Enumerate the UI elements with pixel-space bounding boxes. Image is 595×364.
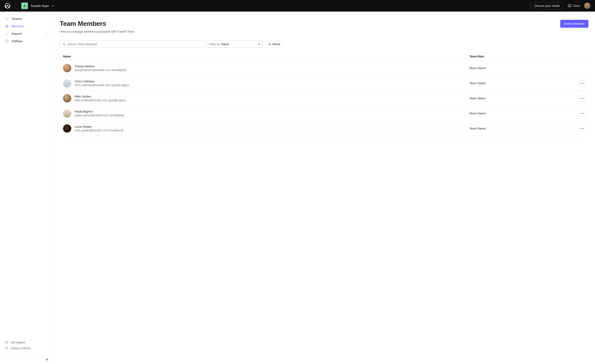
- invite-member-button[interactable]: Invite a Member: [560, 20, 588, 28]
- member-role: Team Owner: [469, 97, 568, 100]
- collapse-sidebar-button[interactable]: [45, 358, 49, 361]
- table-row: Lucia Gwawr lucia.gwawr@travel0.com (ema…: [60, 121, 588, 136]
- member-detail: mike.jordan@travel0.com (google-apps): [75, 99, 126, 102]
- user-avatar[interactable]: [584, 3, 590, 9]
- sidebar-item-label: Reports: [12, 32, 22, 35]
- member-name: Lucia Gwawr: [75, 125, 123, 128]
- svg-point-9: [63, 43, 65, 45]
- table-row: Mike Jordan mike.jordan@travel0.com (goo…: [60, 91, 588, 106]
- filter-value: Name: [221, 43, 229, 46]
- member-name: Chris Coleman: [75, 80, 129, 83]
- member-name: Mike Jordan: [75, 95, 126, 98]
- table-row: Chris Coleman chris.coleman@travel0.com …: [60, 76, 588, 91]
- more-icon: [580, 128, 584, 129]
- sidebar-item-label: Members: [12, 25, 24, 28]
- row-actions-button[interactable]: [579, 125, 585, 132]
- member-detail: chris.coleman@travel0.com (google-apps): [75, 84, 129, 87]
- close-icon: [268, 43, 271, 46]
- tenants-icon: [5, 17, 9, 21]
- svg-point-10: [580, 83, 581, 84]
- page-title: Team Members: [60, 20, 135, 28]
- member-avatar: [63, 64, 71, 72]
- search-icon: [62, 43, 65, 46]
- members-table: Name Team Role Tracey Hansen tracey.hans…: [60, 52, 588, 136]
- get-support-link[interactable]: Get support: [2, 339, 51, 345]
- docs-label: Docs: [573, 4, 580, 7]
- search-input[interactable]: [67, 41, 202, 48]
- search-input-wrap[interactable]: [60, 41, 204, 48]
- member-avatar: [63, 79, 71, 87]
- member-role: Team Owner: [469, 112, 568, 115]
- more-icon: [580, 98, 584, 99]
- sidebar-item-label: Settings: [12, 39, 22, 43]
- lock-icon: [5, 346, 8, 350]
- chevron-down-icon: [51, 5, 54, 7]
- svg-point-12: [583, 83, 583, 84]
- member-name: Paula Rigmor: [75, 110, 124, 113]
- help-icon: [5, 341, 8, 344]
- svg-point-13: [580, 98, 581, 99]
- svg-point-19: [580, 128, 581, 129]
- chevrons-left-icon: [45, 358, 49, 361]
- svg-point-17: [581, 113, 582, 114]
- svg-point-3: [6, 25, 7, 26]
- member-avatar: [63, 109, 71, 118]
- member-detail: lucia.gwawr@travel0.com (email/pwd): [75, 129, 123, 132]
- table-row: Paula Rigmor paula.rigmor@travel0.com (e…: [60, 106, 588, 121]
- sidebar-item-settings[interactable]: Settings: [2, 38, 51, 45]
- book-icon: [568, 4, 571, 8]
- app-logo[interactable]: [5, 3, 10, 9]
- discuss-needs-button[interactable]: Discuss your needs: [531, 2, 563, 9]
- member-detail: paula.rigmor@travel0.com (email/pwd): [75, 114, 124, 117]
- svg-rect-8: [6, 348, 7, 349]
- member-avatar: [63, 124, 71, 133]
- member-name: Tracey Hansen: [75, 65, 126, 68]
- svg-point-5: [7, 41, 7, 42]
- svg-point-21: [583, 128, 583, 129]
- privacy-choices-link[interactable]: Privacy Choices: [2, 345, 51, 351]
- member-role: Team Owner: [469, 127, 568, 130]
- reports-icon: [5, 32, 9, 36]
- tenant-name: Travel0 Team: [30, 4, 49, 8]
- shield-star-icon: [5, 3, 10, 9]
- gear-icon: [5, 39, 9, 43]
- reset-button[interactable]: Reset: [265, 41, 283, 48]
- svg-point-20: [581, 128, 582, 129]
- page-subtitle: View and manage members associated with …: [60, 30, 135, 33]
- reset-label: Reset: [272, 43, 280, 46]
- filter-by-select[interactable]: Filter by Name ▼: [207, 41, 262, 48]
- svg-point-18: [583, 113, 583, 114]
- column-header-role: Team Role: [469, 55, 568, 58]
- chevron-right-icon: [45, 32, 48, 35]
- row-actions-button[interactable]: [579, 110, 585, 116]
- svg-point-16: [580, 113, 581, 114]
- members-icon: [5, 24, 9, 28]
- more-icon: [580, 113, 584, 114]
- docs-link[interactable]: Docs: [568, 4, 580, 8]
- sidebar-item-reports[interactable]: Reports: [2, 30, 51, 37]
- svg-point-11: [581, 83, 582, 84]
- svg-point-4: [7, 25, 8, 26]
- member-role: Team Owner: [469, 82, 568, 85]
- member-avatar: [63, 94, 71, 102]
- row-actions-button[interactable]: [579, 80, 585, 86]
- tenant-switcher[interactable]: A Travel0 Team: [20, 1, 56, 10]
- svg-point-14: [581, 98, 582, 99]
- main-content: Team Members View and manage members ass…: [53, 12, 595, 364]
- caret-down-icon: ▼: [258, 43, 260, 45]
- topbar: A Travel0 Team Discuss your needs Docs: [0, 0, 595, 12]
- more-icon: [580, 83, 584, 84]
- sidebar-item-members[interactable]: Members: [2, 23, 51, 30]
- svg-point-15: [583, 98, 583, 99]
- privacy-label: Privacy Choices: [11, 347, 31, 350]
- column-header-name: Name: [63, 55, 469, 58]
- table-row: Tracey Hansen tracey.hansen@travel0.com …: [60, 61, 588, 76]
- member-detail: tracey.hansen@travel0.com (email/pwd): [75, 68, 126, 72]
- sidebar-item-tenants[interactable]: Tenants: [2, 15, 51, 22]
- sidebar: Tenants Members Reports: [0, 12, 53, 364]
- tenant-badge: A: [21, 2, 28, 9]
- support-label: Get support: [11, 341, 25, 344]
- row-actions-button[interactable]: [579, 95, 585, 101]
- member-role: Team Owner: [469, 66, 568, 70]
- filter-label: Filter by: [210, 43, 220, 46]
